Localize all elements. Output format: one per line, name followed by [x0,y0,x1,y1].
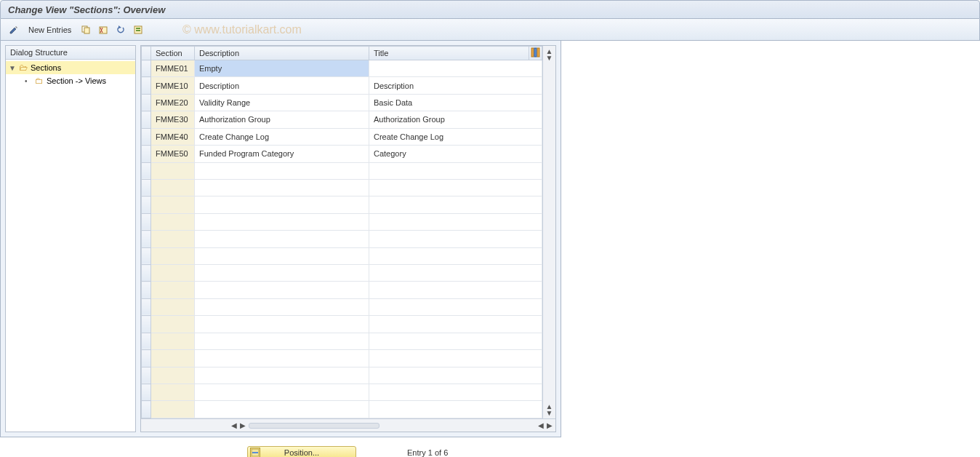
cell-description[interactable]: Funded Program Category [195,146,369,162]
row-selector[interactable] [142,333,151,349]
cell-title[interactable] [369,231,542,247]
cell-title[interactable] [369,401,542,418]
cell-section[interactable] [151,282,195,298]
cell-description[interactable] [195,350,369,367]
cell-section[interactable] [151,367,195,384]
table-row[interactable] [142,231,542,247]
cell-description[interactable] [195,401,369,418]
cell-section[interactable] [151,316,195,333]
table-row[interactable] [142,384,542,401]
cell-title[interactable]: Basic Data [369,94,542,111]
row-selector[interactable] [142,213,151,230]
cell-description[interactable] [195,213,369,230]
cell-description[interactable] [195,316,369,333]
toggle-display-change-icon[interactable] [7,23,21,37]
cell-section[interactable] [151,401,195,418]
cell-description[interactable]: Create Change Log [195,128,369,145]
cell-title[interactable] [369,265,542,282]
cell-title[interactable] [369,213,542,230]
cell-section[interactable]: FMME30 [151,111,195,128]
copy-as-icon[interactable] [79,23,93,37]
cell-section[interactable] [151,231,195,247]
table-row[interactable] [142,350,542,367]
cell-section[interactable] [151,162,195,179]
row-selector[interactable] [142,146,151,162]
cell-title[interactable] [369,298,542,315]
cell-description[interactable]: Empty [195,60,369,77]
cell-description[interactable] [195,333,369,349]
cell-section[interactable]: FMME20 [151,94,195,111]
cell-title[interactable]: Category [369,146,542,162]
table-row[interactable] [142,196,542,213]
table-row[interactable] [142,265,542,282]
table-row[interactable] [142,213,542,230]
scroll-track[interactable] [249,423,379,429]
table-row[interactable] [142,179,542,196]
cell-title[interactable] [369,316,542,333]
cell-section[interactable] [151,298,195,315]
horizontal-scrollbar[interactable]: ◀ ▶ ◀ ▶ [141,418,555,432]
scroll-down-icon[interactable]: ▼ [546,409,553,417]
row-selector[interactable] [142,128,151,145]
row-selector-header[interactable] [142,47,151,60]
cell-title[interactable] [369,367,542,384]
cell-description[interactable] [195,162,369,179]
row-selector[interactable] [142,162,151,179]
table-row[interactable]: FMME30Authorization GroupAuthorization G… [142,111,542,128]
cell-description[interactable] [195,265,369,282]
table-row[interactable] [142,162,542,179]
cell-description[interactable] [195,298,369,315]
cell-title[interactable]: Create Change Log [369,128,542,145]
scroll-left-small-icon[interactable]: ◀ [538,421,544,429]
cell-title[interactable] [369,247,542,264]
row-selector[interactable] [142,247,151,264]
cell-title[interactable] [369,162,542,179]
undo-icon[interactable] [113,23,128,37]
row-selector[interactable] [142,282,151,298]
position-button[interactable]: Position... [247,446,356,457]
cell-section[interactable] [151,179,195,196]
cell-description[interactable] [195,384,369,401]
table-row[interactable]: FMME10DescriptionDescription [142,77,542,94]
cell-section[interactable] [151,213,195,230]
cell-title[interactable] [369,179,542,196]
cell-section[interactable] [151,265,195,282]
table-row[interactable] [142,333,542,349]
row-selector[interactable] [142,111,151,128]
table-row[interactable] [142,247,542,264]
row-selector[interactable] [142,231,151,247]
cell-section[interactable] [151,350,195,367]
scroll-left-icon[interactable]: ◀ [231,421,237,429]
cell-description[interactable] [195,247,369,264]
cell-section[interactable]: FMME40 [151,128,195,145]
table-row[interactable] [142,298,542,315]
row-selector[interactable] [142,401,151,418]
cell-section[interactable]: FMME50 [151,146,195,162]
cell-section[interactable] [151,196,195,213]
cell-title[interactable] [369,350,542,367]
table-row[interactable] [142,401,542,418]
cell-title[interactable]: Description [369,77,542,94]
table-row[interactable]: FMME20Validity RangeBasic Data [142,94,542,111]
tree-item-section-views[interactable]: • 🗀 Section -> Views [6,74,135,87]
cell-description[interactable] [195,179,369,196]
row-selector[interactable] [142,94,151,111]
row-selector[interactable] [142,350,151,367]
table-row[interactable] [142,282,542,298]
cell-section[interactable]: FMME10 [151,77,195,94]
scroll-right-icon[interactable]: ▶ [547,421,553,429]
table-row[interactable]: FMME01Empty [142,60,542,77]
scroll-down-small-icon[interactable]: ▼ [546,54,553,62]
tree-item-sections[interactable]: ▼ 🗁 Sections [6,61,135,74]
cell-description[interactable] [195,367,369,384]
column-description[interactable]: Description [195,47,369,60]
cell-description[interactable]: Authorization Group [195,111,369,128]
cell-title[interactable] [369,384,542,401]
row-selector[interactable] [142,316,151,333]
row-selector[interactable] [142,265,151,282]
row-selector[interactable] [142,298,151,315]
cell-section[interactable]: FMME01 [151,60,195,77]
row-selector[interactable] [142,179,151,196]
row-selector[interactable] [142,60,151,77]
cell-description[interactable]: Description [195,77,369,94]
